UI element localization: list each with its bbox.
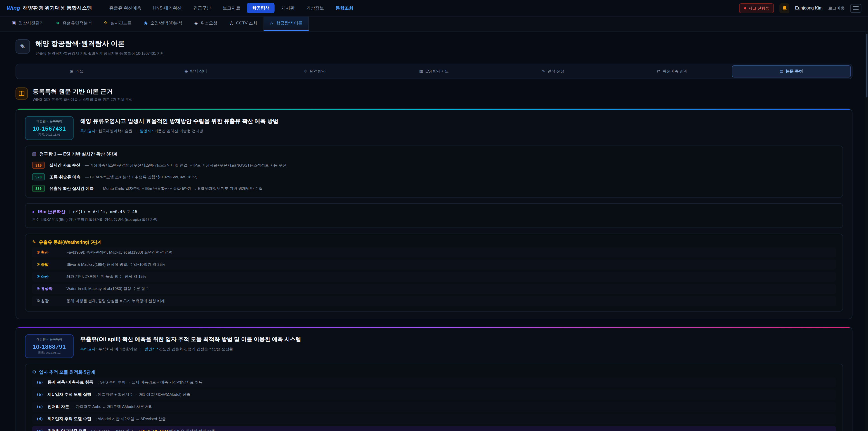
patent-number-badge: 대한민국 등록특허 10-1868791 등록: 2018.06.12 xyxy=(25,334,74,358)
incident-label: 사고 진행중 xyxy=(749,5,769,11)
menu-item-integrated-view[interactable]: 통합조회 xyxy=(331,3,358,13)
step-name: 통계 관측+예측자료 취득 xyxy=(48,380,93,385)
overview-globe-icon: ◉ xyxy=(70,69,73,73)
section-title: 등록특허 원문 기반 이론 근거 xyxy=(33,88,132,96)
incident-dot-icon xyxy=(744,7,746,9)
image-icon: ▣ xyxy=(11,21,16,26)
subtab-realtime-drone[interactable]: ✈ 실시간드론 xyxy=(98,17,138,31)
claim-panel: ▤ 청구항 1 — ESI 기반 실시간 확산 3단계 S10 실시간 자료 수… xyxy=(25,146,843,197)
step-desc: : ΔRevised ↔ Δobs 비교 → GA·DE·HS·PSO 매개변수… xyxy=(91,429,215,431)
fbm-formula: σ²(t) = A·t^m, m≈0.45–2.46 xyxy=(73,209,137,214)
optimization-step-row: (a) 통계 관측+예측자료 취득 : GPS 부이 투하 → 실제 이동경로 … xyxy=(32,377,836,388)
menu-item-weather-info[interactable]: 기상정보 xyxy=(301,3,329,13)
weathering-step-desc: 쇄파 기반, 파도에너지·물속 침수, 전체 약 15% xyxy=(66,274,146,279)
step-desc-pre: : ΔRevised ↔ Δobs 비교 → xyxy=(91,429,139,431)
subtab-label: 실시간드론 xyxy=(111,21,131,26)
app-window: Wing 해양환경 위기대응 통합시스템 유출유 확산예측 HNS·대기확산 긴… xyxy=(0,0,868,431)
sub-navbar: ▣ 영상사진관리 ∗ 유출유면적분석 ✈ 실시간드론 ◉ 오염/선박3D분석 ◈… xyxy=(0,17,868,31)
tab-area-calculation[interactable]: ✎ 면적 산정 xyxy=(493,65,613,78)
drone-icon: ✈ xyxy=(104,21,107,26)
tab-esi-map[interactable]: ▦ ESI 방제지도 xyxy=(375,65,494,78)
logout-link[interactable]: 로그아웃 xyxy=(828,5,845,11)
patent-country: 대한민국 등록특허 xyxy=(31,338,68,342)
owner-label: 특허권자 : xyxy=(80,129,97,133)
weathering-step-desc: 용해·미생물 분해, 질량 손실률 = 초기 누유량에 선형 비례 xyxy=(66,298,165,304)
weathering-step-label: ② 증발 xyxy=(37,262,61,267)
patent-card-1868791: 대한민국 등록특허 10-1868791 등록: 2018.06.12 유출유(… xyxy=(16,327,852,431)
weathering-step-label: ① 확산 xyxy=(37,249,61,255)
gear-icon: ⚙ xyxy=(32,370,36,375)
subtab-photo-management[interactable]: ▣ 영상사진관리 xyxy=(5,17,50,31)
menu-item-reports[interactable]: 보고자료 xyxy=(218,3,245,13)
fbm-description: 분수 브라운운동(fBm) 기반 무작위 확산거리 생성, 등방성(isotro… xyxy=(32,217,836,222)
globe-3d-icon: ◉ xyxy=(144,21,148,26)
link-arrows-icon: ⇄ xyxy=(657,69,660,73)
subtab-label: 영상사진관리 xyxy=(19,21,44,26)
menu-item-oil-spill-prediction[interactable]: 유출유 확산예측 xyxy=(104,3,147,13)
step-name: 최적화 알고리즘 적용 xyxy=(48,429,87,431)
weathering-row: ④ 유상화 Water-in-oil, Mackay et al.(1980) … xyxy=(32,284,836,294)
step-name: 제1 입자 추적 모델 실행 xyxy=(48,392,91,397)
weathering-step-label: ④ 유상화 xyxy=(37,286,61,291)
pen-ruler-icon: ✎ xyxy=(20,43,26,51)
hamburger-menu-icon[interactable] xyxy=(850,4,862,12)
fbm-panel: ● fBm 난류확산 | σ²(t) = A·t^m, m≈0.45–2.46 … xyxy=(25,203,843,228)
tab-remote-sensing[interactable]: ✈ 원격탐사 xyxy=(255,65,375,78)
subtab-cctv-view[interactable]: ◎ CCTV 조회 xyxy=(223,17,263,31)
weathering-step-label: ⑤ 침강 xyxy=(37,298,61,304)
book-icon-box xyxy=(16,88,28,100)
book-icon xyxy=(18,90,25,97)
brand[interactable]: Wing 해양환경 위기대응 통합시스템 xyxy=(6,4,92,12)
inventor-value: 김도연·김용혁·김종기·김성운·박상윤·오정환 xyxy=(159,347,233,351)
tab-overview[interactable]: ◉ 개요 xyxy=(17,65,136,78)
menu-item-aerial-search[interactable]: 항공탐색 xyxy=(247,3,275,13)
notification-bell-icon[interactable] xyxy=(780,3,789,13)
page-title: 해양 항공탐색·원격탐사 이론 xyxy=(35,39,165,49)
inventor-value: 이문진·김혜진·이승현·전태병 xyxy=(154,129,203,133)
optimization-title: 입자 추적 모듈 최적화 5단계 xyxy=(39,369,95,375)
patent-number: 10-1567431 xyxy=(31,125,68,131)
subtab-label: 위성요청 xyxy=(200,21,217,26)
menu-item-board[interactable]: 게시판 xyxy=(276,3,300,13)
subtab-label: 유출유면적분석 xyxy=(62,21,92,26)
subtab-oil-area-analysis[interactable]: ∗ 유출유면적분석 xyxy=(50,17,98,31)
bell-glyph xyxy=(781,5,787,11)
menu-item-emergency-rescue[interactable]: 긴급구난 xyxy=(188,3,216,13)
tab-papers-patents[interactable]: ▤ 논문·특허 xyxy=(732,65,851,78)
tab-prediction-link[interactable]: ⇄ 확산예측 연계 xyxy=(613,65,732,78)
tab-label: 탐지 장비 xyxy=(190,69,207,74)
user-name: Eunjeong Kim xyxy=(795,5,823,10)
weathering-step-desc: Water-in-oil, Mackay et al.(1980) 점성·수분 … xyxy=(66,286,149,291)
optimization-step-row-highlighted: (e) 최적화 알고리즘 적용 : ΔRevised ↔ Δobs 비교 → G… xyxy=(32,426,836,431)
algorithms-highlight: GA·DE·HS·PSO xyxy=(139,429,168,431)
scrollbar-thumb[interactable] xyxy=(866,34,867,97)
subtab-aerial-theory[interactable]: △ 항공탐색 이론 xyxy=(264,17,309,31)
step-letter-badge: (c) xyxy=(37,405,43,409)
step-letter-badge: (a) xyxy=(37,380,43,385)
section-subtitle: WING 탑재 유출유 확산예측 시스템의 특허 원문 2건 전체 분석 xyxy=(33,97,132,102)
wing-logo-icon: Wing xyxy=(6,5,20,11)
page-header: ✎ 해양 항공탐색·원격탐사 이론 유출유 원격탐지·항공감시 기법·ESI 방… xyxy=(16,39,852,57)
cctv-icon: ◎ xyxy=(229,21,233,26)
subtab-satellite-request[interactable]: ◈ 위성요청 xyxy=(188,17,223,31)
optimization-step-row: (b) 제1 입자 추적 모델 실행 : 예측자료 + 확산계수 → 제1 예측… xyxy=(32,390,836,400)
tab-detection-equipment[interactable]: ◈ 탐지 장비 xyxy=(136,65,255,78)
menu-item-hns-atmospheric[interactable]: HNS·대기확산 xyxy=(148,3,186,13)
tab-label: ESI 방제지도 xyxy=(426,69,449,74)
step-desc: : ΔModel 기반 제2모델 → ΔRevised 산출 xyxy=(96,416,166,422)
owner-label: 특허권자 : xyxy=(80,347,97,351)
incident-status-badge[interactable]: 사고 진행중 xyxy=(739,3,774,13)
subtab-3d-analysis[interactable]: ◉ 오염/선박3D분석 xyxy=(138,17,188,31)
page-icon-box: ✎ xyxy=(16,39,30,54)
fbm-divider: | xyxy=(69,209,70,214)
step-badge-s30: S30 xyxy=(32,185,45,192)
claim-title: 청구항 1 — ESI 기반 실시간 확산 3단계 xyxy=(39,151,118,157)
weathering-title-row: ✎ 유출유 풍화(Weathering) 5단계 xyxy=(32,239,836,245)
inventor-label: 발명자 : xyxy=(140,129,153,133)
claim-step-row: S10 실시간 자료 수신 — 기상예측시스템·위성영상수신시스템·검조소 인터… xyxy=(32,162,836,169)
pencil-icon: ✎ xyxy=(32,240,36,245)
weathering-title: 유출유 풍화(Weathering) 5단계 xyxy=(39,239,102,245)
document-icon: ▤ xyxy=(780,69,783,73)
claim-step-row: S30 유출유 확산 실시간 예측 — Monte Carlo 입자추적 + f… xyxy=(32,185,836,192)
meta-separator: | xyxy=(135,129,136,133)
